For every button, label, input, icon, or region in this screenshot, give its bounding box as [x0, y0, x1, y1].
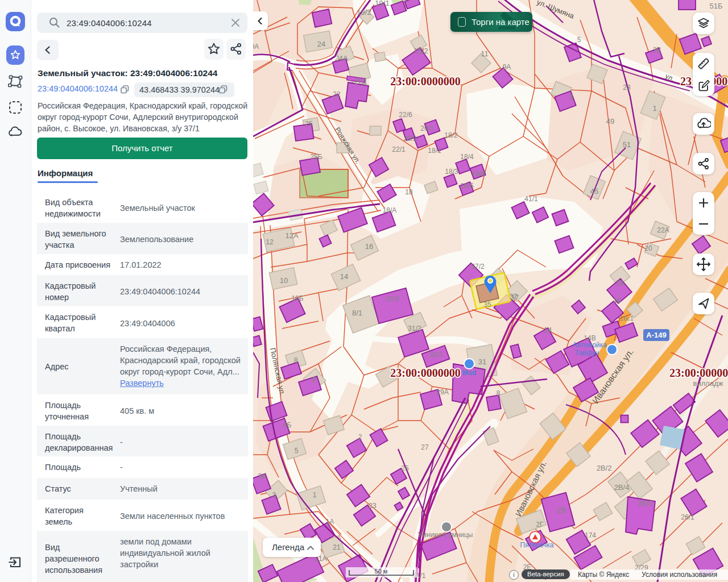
- svg-text:29А: 29А: [436, 388, 448, 396]
- svg-text:21: 21: [333, 543, 341, 551]
- svg-text:37/2: 37/2: [471, 263, 485, 271]
- svg-text:23: 23: [369, 502, 377, 510]
- svg-text:10: 10: [280, 276, 288, 285]
- svg-text:12А: 12А: [285, 231, 298, 240]
- svg-text:Пятёрочка: Пятёрочка: [520, 541, 554, 549]
- svg-text:25: 25: [305, 120, 313, 128]
- svg-text:1: 1: [313, 491, 317, 499]
- svg-text:5Б: 5Б: [283, 421, 292, 429]
- svg-text:51: 51: [623, 140, 631, 149]
- svg-text:22: 22: [333, 90, 341, 98]
- svg-text:23:00:0000000: 23:00:0000000: [390, 367, 460, 379]
- svg-text:51Б: 51Б: [710, 2, 723, 10]
- svg-text:Тайфун: Тайфун: [575, 349, 599, 357]
- svg-text:20/2: 20/2: [403, 135, 417, 143]
- svg-text:9А: 9А: [503, 63, 511, 71]
- svg-text:18/5: 18/5: [460, 182, 474, 190]
- svg-text:35: 35: [483, 301, 491, 309]
- svg-text:9А: 9А: [253, 43, 259, 51]
- svg-text:41/1: 41/1: [524, 195, 538, 203]
- svg-text:2: 2: [358, 433, 362, 441]
- svg-text:23:00:0000000: 23:00:0000000: [390, 75, 460, 88]
- svg-text:18/А: 18/А: [383, 206, 397, 214]
- svg-text:22Д: 22Д: [354, 78, 366, 86]
- svg-text:19/1: 19/1: [375, 0, 389, 7]
- svg-text:18/6: 18/6: [471, 170, 485, 178]
- svg-text:А-149: А-149: [646, 331, 666, 339]
- svg-text:31: 31: [478, 357, 486, 366]
- svg-text:10Б: 10Б: [291, 294, 303, 302]
- svg-text:2В: 2В: [653, 46, 661, 54]
- svg-text:5: 5: [295, 447, 299, 455]
- svg-text:19/2: 19/2: [357, 8, 371, 16]
- svg-text:3: 3: [272, 491, 276, 499]
- svg-text:16: 16: [613, 297, 621, 305]
- svg-text:25Б: 25Б: [310, 153, 322, 161]
- svg-text:18/3: 18/3: [445, 168, 458, 176]
- svg-text:3А: 3А: [258, 472, 267, 480]
- svg-text:37: 37: [510, 293, 518, 301]
- svg-text:23: 23: [623, 84, 631, 92]
- svg-text:50 м: 50 м: [375, 568, 388, 575]
- svg-text:22/1: 22/1: [392, 146, 406, 153]
- svg-text:5: 5: [577, 36, 581, 44]
- svg-text:11: 11: [481, 49, 489, 58]
- svg-text:12: 12: [266, 238, 274, 246]
- svg-text:вилладж: вилладж: [693, 379, 723, 388]
- svg-text:15/2: 15/2: [413, 47, 428, 55]
- svg-text:26/1: 26/1: [681, 513, 694, 521]
- svg-text:6: 6: [312, 376, 316, 384]
- svg-text:27: 27: [421, 443, 429, 451]
- svg-text:45: 45: [590, 187, 598, 196]
- svg-text:8: 8: [497, 389, 500, 397]
- svg-text:16с1: 16с1: [620, 315, 634, 322]
- svg-text:14: 14: [340, 272, 348, 281]
- svg-text:18/2: 18/2: [444, 131, 458, 139]
- svg-text:1: 1: [652, 104, 656, 113]
- svg-text:14: 14: [544, 326, 552, 334]
- svg-text:25: 25: [401, 464, 409, 472]
- svg-text:2В/5: 2В/5: [638, 499, 653, 508]
- svg-text:23:00:0000000: 23:00:0000000: [669, 367, 728, 379]
- svg-text:31/3: 31/3: [386, 295, 399, 303]
- svg-text:1А: 1А: [326, 518, 334, 526]
- svg-text:174: 174: [585, 531, 596, 539]
- svg-text:22/6: 22/6: [399, 111, 412, 119]
- svg-text:18/1: 18/1: [428, 147, 441, 155]
- svg-text:8/1: 8/1: [352, 309, 362, 317]
- svg-text:18/4: 18/4: [460, 153, 474, 161]
- svg-text:20/1: 20/1: [420, 124, 434, 132]
- svg-text:Msd: Msd: [462, 369, 476, 377]
- svg-text:16: 16: [365, 242, 373, 251]
- svg-text:2В/4: 2В/4: [614, 483, 630, 492]
- svg-text:24А: 24А: [334, 54, 348, 63]
- svg-text:3: 3: [569, 93, 573, 101]
- svg-text:49: 49: [606, 117, 614, 126]
- svg-text:31/2: 31/2: [408, 325, 421, 332]
- svg-text:2В/2: 2В/2: [597, 464, 612, 472]
- svg-text:Автомойка: Автомойка: [573, 341, 607, 349]
- svg-text:24: 24: [317, 40, 325, 48]
- svg-text:18: 18: [615, 279, 623, 287]
- svg-text:22А: 22А: [657, 226, 669, 234]
- svg-text:2В: 2В: [557, 506, 566, 514]
- svg-text:2Г: 2Г: [536, 521, 544, 529]
- svg-text:18: 18: [405, 188, 413, 196]
- svg-text:31/1: 31/1: [429, 351, 443, 359]
- svg-text:20: 20: [644, 244, 652, 252]
- svg-text:8: 8: [294, 356, 298, 364]
